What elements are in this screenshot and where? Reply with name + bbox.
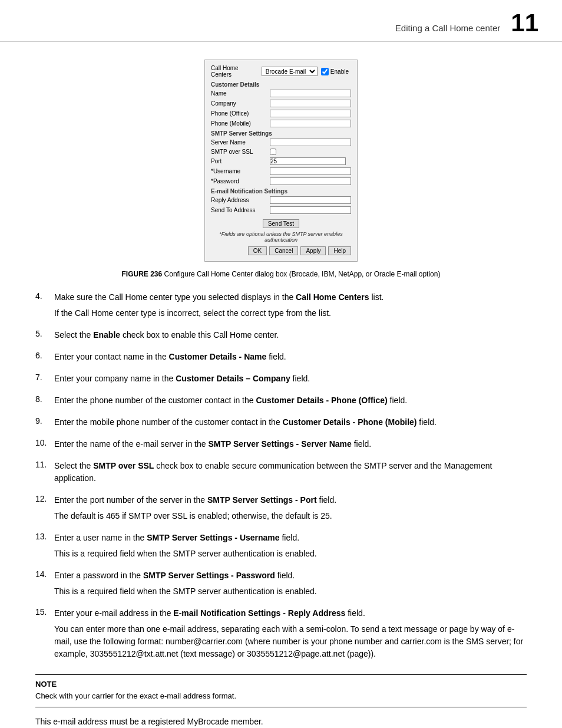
- term-enable: Enable: [93, 330, 120, 340]
- term-smtp-ssl: SMTP over SSL: [93, 461, 154, 470]
- figure-number: FIGURE 236: [122, 270, 163, 278]
- step-6-main: Enter your contact name in the Customer …: [54, 351, 527, 363]
- smtp-ssl-label: SMTP over SSL: [211, 149, 270, 155]
- step-14-content: Enter a password in the SMTP Server Sett…: [54, 569, 527, 601]
- company-input[interactable]: [270, 100, 351, 107]
- password-input[interactable]: [270, 177, 351, 185]
- customer-details-header: Customer Details: [211, 81, 351, 88]
- company-label: Company: [211, 100, 270, 107]
- step-12-main: Enter the port number of the server in t…: [54, 494, 527, 506]
- smtp-header: SMTP Server Settings: [211, 130, 351, 137]
- step-14-num: 14.: [35, 569, 54, 579]
- term-smtp-username: SMTP Server Settings - Username: [147, 533, 279, 542]
- step-4-main: Make sure the Call Home center type you …: [54, 291, 527, 304]
- name-row: Name: [211, 90, 351, 97]
- send-to-address-row: Send To Address: [211, 206, 351, 214]
- send-test-button[interactable]: Send Test: [263, 219, 299, 228]
- step-12: 12. Enter the port number of the server …: [35, 494, 527, 526]
- phone-mobile-label: Phone (Mobile): [211, 120, 270, 127]
- name-input[interactable]: [270, 90, 351, 97]
- step-6-num: 6.: [35, 351, 54, 360]
- step-8-main: Enter the phone number of the customer c…: [54, 394, 527, 407]
- step-4: 4. Make sure the Call Home center type y…: [35, 291, 527, 323]
- step-9-num: 9.: [35, 416, 54, 426]
- smtp-ssl-row: SMTP over SSL: [211, 149, 351, 155]
- port-row: Port: [211, 157, 351, 165]
- server-name-input[interactable]: [270, 139, 351, 146]
- note-box: NOTE Check with your carrier for the exa…: [35, 674, 527, 707]
- ok-button[interactable]: OK: [248, 246, 267, 255]
- term-email-reply: E-mail Notification Settings - Reply Add…: [173, 608, 345, 618]
- dialog-container: Call Home Centers Brocade E-mail Enable …: [35, 60, 527, 262]
- send-to-label: Send To Address: [211, 207, 270, 213]
- term-customer-name: Customer Details - Name: [169, 352, 267, 361]
- dialog-box: Call Home Centers Brocade E-mail Enable …: [204, 60, 358, 262]
- term-customer-company: Customer Details – Company: [176, 374, 290, 383]
- cancel-button[interactable]: Cancel: [269, 246, 298, 255]
- step-6-content: Enter your contact name in the Customer …: [54, 351, 527, 367]
- send-test-row: Send Test: [211, 216, 351, 230]
- step-8-content: Enter the phone number of the customer c…: [54, 394, 527, 410]
- term-customer-phone-office: Customer Details - Phone (Office): [256, 396, 387, 405]
- phone-office-row: Phone (Office): [211, 110, 351, 117]
- step-9-content: Enter the mobile phone number of the cus…: [54, 416, 527, 432]
- server-name-row: Server Name: [211, 139, 351, 146]
- term-smtp-port: SMTP Server Settings - Port: [207, 495, 317, 505]
- page-header: Editing a Call Home center 11: [0, 0, 562, 42]
- step-15-sub: You can enter more than one e-mail addre…: [54, 623, 527, 660]
- dialog-buttons: OK Cancel Apply Help: [211, 246, 351, 255]
- term-smtp-server-name: SMTP Server Settings - Server Name: [208, 439, 351, 449]
- step-14-sub: This is a required field when the SMTP s…: [54, 585, 527, 598]
- step-4-sub: If the Call Home center type is incorrec…: [54, 307, 527, 319]
- step-15-main: Enter your e-mail address in the E-mail …: [54, 607, 527, 620]
- figure-caption: FIGURE 236 Configure Call Home Center di…: [35, 270, 527, 278]
- server-name-label: Server Name: [211, 139, 270, 146]
- term-smtp-password: SMTP Server Settings - Password: [143, 571, 275, 580]
- username-input[interactable]: [270, 167, 351, 175]
- step-11: 11. Select the SMTP over SSL check box t…: [35, 460, 527, 488]
- enable-checkbox[interactable]: [321, 68, 329, 75]
- step-14-main: Enter a password in the SMTP Server Sett…: [54, 569, 527, 582]
- step-6: 6. Enter your contact name in the Custom…: [35, 351, 527, 367]
- step-7-num: 7.: [35, 373, 54, 382]
- step-5: 5. Select the Enable check box to enable…: [35, 329, 527, 345]
- help-button[interactable]: Help: [328, 246, 351, 255]
- phone-office-input[interactable]: [270, 110, 351, 117]
- password-label: *Password: [211, 178, 270, 185]
- send-to-input[interactable]: [270, 206, 351, 214]
- port-input[interactable]: [270, 157, 346, 165]
- apply-button[interactable]: Apply: [300, 246, 326, 255]
- company-row: Company: [211, 100, 351, 107]
- step-10-num: 10.: [35, 438, 54, 447]
- enable-label: Enable: [330, 68, 349, 75]
- step-8-num: 8.: [35, 394, 54, 404]
- phone-mobile-input[interactable]: [270, 120, 351, 127]
- step-7-content: Enter your company name in the Customer …: [54, 373, 527, 388]
- call-home-centers-select[interactable]: Brocade E-mail: [262, 67, 318, 76]
- reply-address-row: Reply Address: [211, 196, 351, 204]
- step-4-content: Make sure the Call Home center type you …: [54, 291, 527, 323]
- dialog-footnote: *Fields are optional unless the SMTP ser…: [211, 231, 351, 243]
- step-12-content: Enter the port number of the server in t…: [54, 494, 527, 526]
- step-14: 14. Enter a password in the SMTP Server …: [35, 569, 527, 601]
- step-15: 15. Enter your e-mail address in the E-m…: [35, 607, 527, 664]
- step-13-num: 13.: [35, 532, 54, 541]
- password-row: *Password: [211, 177, 351, 185]
- step-10-main: Enter the name of the e-mail server in t…: [54, 438, 527, 450]
- username-row: *Username: [211, 167, 351, 175]
- step-8: 8. Enter the phone number of the custome…: [35, 394, 527, 410]
- step-9-main: Enter the mobile phone number of the cus…: [54, 416, 527, 429]
- reply-address-input[interactable]: [270, 196, 351, 204]
- page-number: 11: [511, 11, 538, 35]
- call-home-centers-label: Call Home Centers: [211, 65, 259, 78]
- smtp-ssl-checkbox[interactable]: [270, 149, 276, 155]
- term-call-home-centers: Call Home Centers: [296, 292, 369, 302]
- note-label: NOTE: [35, 680, 527, 689]
- username-label: *Username: [211, 168, 270, 174]
- step-9: 9. Enter the mobile phone number of the …: [35, 416, 527, 432]
- step-5-content: Select the Enable check box to enable th…: [54, 329, 527, 345]
- reply-address-label: Reply Address: [211, 197, 270, 203]
- step-7: 7. Enter your company name in the Custom…: [35, 373, 527, 388]
- main-content: Call Home Centers Brocade E-mail Enable …: [0, 42, 562, 728]
- step-12-sub: The default is 465 if SMTP over SSL is e…: [54, 510, 527, 522]
